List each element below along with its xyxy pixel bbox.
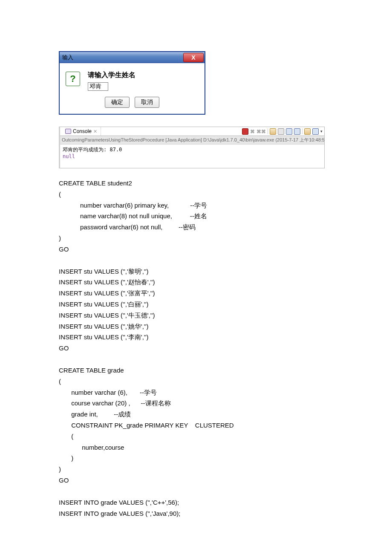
ok-button[interactable]: 确定 — [105, 97, 130, 108]
console-launch-info: OutcomingParametersUsingTheStoredProcedu… — [60, 136, 324, 145]
dialog-message: 请输入学生姓名 — [88, 71, 199, 80]
console-tab-label: Console — [73, 128, 92, 134]
console-output-line: 邓肯的平均成绩为: 87.0 — [63, 146, 322, 153]
close-button[interactable]: X — [183, 53, 204, 62]
console-output-line: null — [63, 153, 322, 159]
console-tab-close-icon[interactable]: ✕ — [93, 129, 97, 134]
input-dialog: 输入 X ? 请输入学生姓名 确定 取消 — [59, 51, 205, 115]
student-name-input[interactable] — [88, 82, 108, 91]
console-icon — [65, 129, 71, 134]
pin-console-icon[interactable] — [286, 128, 292, 135]
display-selected-icon[interactable] — [294, 128, 300, 135]
console-output: 邓肯的平均成绩为: 87.0 null — [60, 145, 324, 168]
console-view: Console ✕ ✖ ✖✖ ▾ OutcomingParametersUsin… — [59, 127, 325, 168]
sql-block-insert-grade: INSERT INTO grade VALUES ('','C++',56); … — [59, 497, 325, 519]
new-console-icon[interactable] — [312, 128, 319, 135]
remove-all-icon[interactable]: ✖✖ — [257, 129, 266, 134]
terminate-icon[interactable] — [242, 128, 248, 135]
open-console-icon[interactable] — [304, 128, 311, 135]
sql-block-insert-stu: INSERT stu VALUES ('','黎明','') INSERT st… — [59, 266, 325, 354]
scroll-lock-icon[interactable] — [278, 128, 284, 135]
question-icon: ? — [66, 72, 80, 86]
tab-console[interactable]: Console ✕ — [62, 127, 101, 136]
clear-console-icon[interactable] — [270, 128, 276, 135]
sql-block-create-student2: CREATE TABLE student2 ( number varchar(6… — [59, 178, 325, 255]
sql-block-create-grade: CREATE TABLE grade ( number varchar (6),… — [59, 365, 325, 486]
remove-launch-icon[interactable]: ✖ — [250, 129, 255, 134]
dialog-titlebar[interactable]: 输入 X — [60, 52, 205, 63]
console-toolbar: ✖ ✖✖ ▾ — [242, 128, 323, 135]
console-dropdown-icon[interactable]: ▾ — [320, 129, 323, 133]
dialog-title: 输入 — [62, 54, 73, 61]
cancel-button[interactable]: 取消 — [135, 97, 159, 108]
